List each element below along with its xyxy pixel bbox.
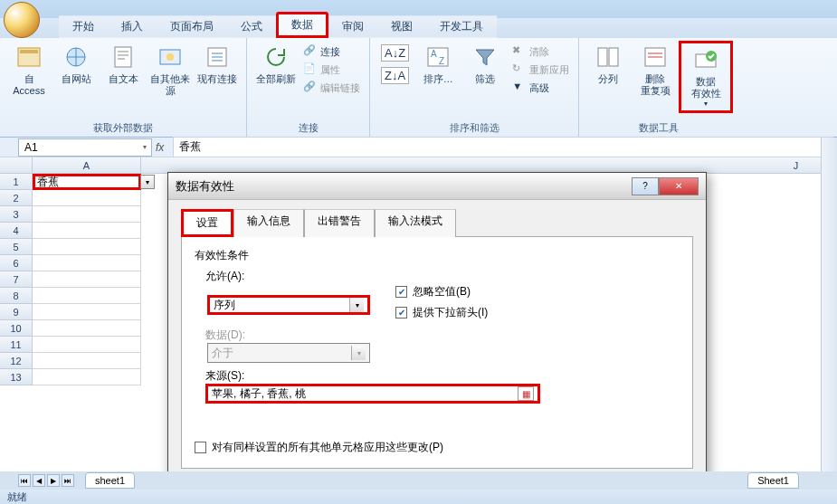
btn-remove-duplicates[interactable]: 删除 重复项 <box>632 41 679 99</box>
link-icon: 🔗 <box>303 44 318 59</box>
dialog-close-button[interactable]: ✕ <box>659 177 699 195</box>
group-connections: 全部刷新 🔗连接 📄属性 🔗编辑链接 连接 <box>247 38 370 137</box>
chk-apply-all[interactable] <box>195 442 206 453</box>
reapply-icon: ↻ <box>512 62 527 77</box>
btn-connections[interactable]: 🔗连接 <box>300 43 364 61</box>
cell[interactable] <box>33 337 141 353</box>
office-button[interactable] <box>4 2 40 38</box>
cell[interactable] <box>33 223 141 239</box>
cell[interactable] <box>33 320 141 337</box>
group-label: 获取外部数据 <box>5 119 241 137</box>
dialog-title: 数据有效性 <box>176 178 632 195</box>
btn-properties[interactable]: 📄属性 <box>300 61 364 79</box>
row-header[interactable]: 13 <box>0 369 33 385</box>
cell[interactable]: 香蕉▾ <box>33 174 141 190</box>
tab-formulas[interactable]: 公式 <box>227 15 276 38</box>
sheet-nav-prev[interactable]: ◀ <box>33 474 45 487</box>
btn-reapply[interactable]: ↻重新应用 <box>509 61 573 79</box>
btn-data-validation[interactable]: 数据 有效性▾ <box>679 41 733 113</box>
vertical-scrollbar[interactable] <box>821 138 837 471</box>
range-select-icon[interactable]: ▦ <box>518 386 534 401</box>
cell[interactable] <box>33 271 141 288</box>
dialog-help-button[interactable]: ? <box>632 177 659 195</box>
btn-from-web[interactable]: 自网站 <box>52 41 100 87</box>
sheet-tab-bar: ⏮ ◀ ▶ ⏭ sheet1 Sheet1 <box>0 471 837 490</box>
cell-dropdown-icon[interactable]: ▾ <box>140 175 155 189</box>
row-header[interactable]: 11 <box>0 337 33 353</box>
row-header[interactable]: 6 <box>0 255 33 271</box>
text-icon <box>109 43 138 71</box>
ribbon-tabs: 开始 插入 页面布局 公式 数据 审阅 视图 开发工具 <box>0 18 837 38</box>
btn-sort[interactable]: AZ排序… <box>414 41 461 87</box>
svg-text:Z: Z <box>439 56 444 66</box>
data-label: 数据(D): <box>205 328 680 343</box>
row-header[interactable]: 7 <box>0 271 33 288</box>
btn-from-text[interactable]: 自文本 <box>100 41 147 87</box>
row-header[interactable]: 4 <box>0 223 33 239</box>
tab-review[interactable]: 审阅 <box>328 15 377 38</box>
cell[interactable] <box>33 353 141 369</box>
chk-ignore-blank[interactable]: ✔ <box>395 286 407 298</box>
existing-conn-icon <box>203 43 232 71</box>
cell[interactable] <box>33 206 141 223</box>
row-header[interactable]: 10 <box>0 320 33 337</box>
row-header[interactable]: 5 <box>0 239 33 255</box>
tab-insert[interactable]: 插入 <box>108 15 157 38</box>
dialog-titlebar[interactable]: 数据有效性 ? ✕ <box>168 173 706 200</box>
row-header[interactable]: 1 <box>0 174 33 190</box>
formula-bar[interactable]: 香蕉 <box>173 137 833 157</box>
chk-dropdown[interactable]: ✔ <box>395 307 407 319</box>
select-all-corner[interactable] <box>0 157 33 174</box>
source-label: 来源(S): <box>205 368 680 384</box>
dlg-tab-ime[interactable]: 输入法模式 <box>375 209 456 237</box>
row-header[interactable]: 12 <box>0 353 33 369</box>
btn-edit-links[interactable]: 🔗编辑链接 <box>300 79 364 97</box>
row-header[interactable]: 3 <box>0 206 33 223</box>
row-header[interactable]: 9 <box>0 304 33 320</box>
btn-advanced[interactable]: ▼高级 <box>509 79 573 97</box>
tab-view[interactable]: 视图 <box>377 15 426 38</box>
group-label: 数据工具 <box>585 119 733 137</box>
tab-page-layout[interactable]: 页面布局 <box>157 15 227 38</box>
sort-desc-icon: Z↓A <box>381 67 409 84</box>
sheet-tab[interactable]: Sheet1 <box>747 472 799 489</box>
btn-filter[interactable]: 筛选 <box>461 41 509 87</box>
row-header[interactable]: 8 <box>0 288 33 304</box>
btn-existing-conn[interactable]: 现有连接 <box>194 41 241 87</box>
chk-ignore-label: 忽略空值(B) <box>413 284 471 300</box>
row-header[interactable]: 2 <box>0 190 33 206</box>
fx-icon[interactable]: fx <box>147 141 173 154</box>
dlg-tab-input-msg[interactable]: 输入信息 <box>233 209 304 237</box>
dlg-tab-settings[interactable]: 设置 <box>181 209 233 237</box>
sheet-nav-last[interactable]: ⏭ <box>62 474 74 487</box>
sheet-nav-next[interactable]: ▶ <box>47 474 60 487</box>
name-box[interactable]: A1 <box>18 138 152 157</box>
btn-from-other[interactable]: 自其他来源 <box>147 41 194 99</box>
svg-rect-10 <box>598 48 607 66</box>
btn-sort-desc[interactable]: Z↓A <box>377 65 413 86</box>
btn-from-access[interactable]: 自 Access <box>5 41 52 99</box>
btn-text-to-columns[interactable]: 分列 <box>585 41 632 87</box>
cell[interactable] <box>33 239 141 255</box>
tab-home[interactable]: 开始 <box>59 15 108 38</box>
cell[interactable] <box>33 190 141 206</box>
tab-developer[interactable]: 开发工具 <box>426 15 497 38</box>
cell[interactable] <box>33 255 141 271</box>
chevron-down-icon: ▾ <box>351 346 366 360</box>
dlg-tab-error-alert[interactable]: 出错警告 <box>304 209 375 237</box>
cell[interactable] <box>33 288 141 304</box>
tab-data[interactable]: 数据 <box>276 12 328 38</box>
cell[interactable] <box>33 304 141 320</box>
source-input[interactable]: 苹果, 橘子, 香蕉, 桃▦ <box>205 384 540 404</box>
btn-refresh-all[interactable]: 全部刷新 <box>252 41 300 87</box>
allow-label: 允许(A): <box>205 269 680 284</box>
btn-sort-asc[interactable]: A↓Z <box>377 43 413 63</box>
sheet-tab[interactable]: sheet1 <box>85 472 135 489</box>
data-combo: 介于▾ <box>207 343 370 363</box>
allow-combo[interactable]: 序列▾ <box>207 295 370 315</box>
column-header[interactable]: A <box>33 157 141 174</box>
sheet-nav-first[interactable]: ⏮ <box>18 474 31 487</box>
cell[interactable] <box>33 369 141 385</box>
btn-clear[interactable]: ✖清除 <box>509 43 573 61</box>
chevron-down-icon: ▾ <box>349 298 364 312</box>
